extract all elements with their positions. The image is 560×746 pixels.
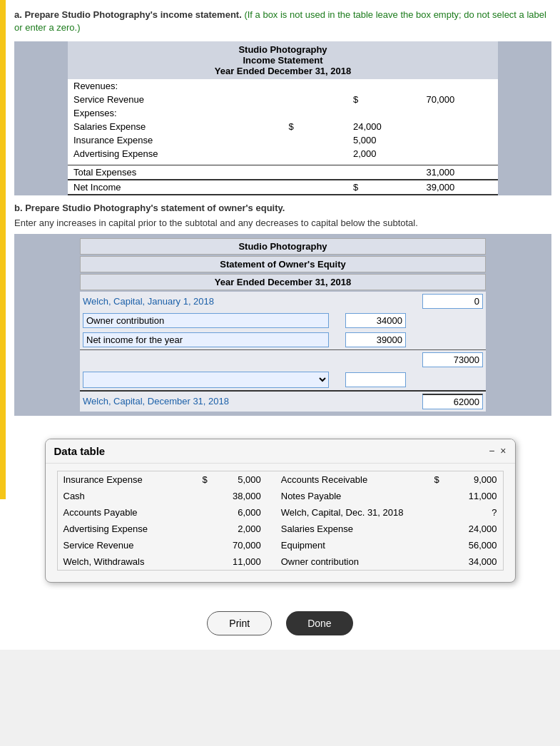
equity-title: Studio Photography	[80, 238, 486, 255]
expenses-section-row: Expenses:	[68, 106, 498, 120]
advertising-label: Advertising Expense	[68, 147, 283, 160]
done-button[interactable]: Done	[286, 611, 352, 635]
equity-dropdown[interactable]	[83, 372, 329, 388]
subtotal-row	[80, 349, 486, 369]
net-income-label: Net Income	[68, 180, 283, 195]
total-expenses-value: 31,000	[420, 165, 498, 180]
data-sym-right	[423, 537, 445, 553]
data-label-left: Advertising Expense	[57, 521, 191, 537]
welch-capital-dec-label: Welch, Capital, December 31, 2018	[80, 391, 332, 412]
equity-statement-container: Studio Photography Statement of Owner's …	[14, 234, 551, 416]
data-label-right: Accounts Receivable	[267, 471, 423, 488]
data-label-left: Welch, Withdrawals	[57, 553, 191, 571]
welch-capital-jan-label: Welch, Capital, January 1, 2018	[80, 292, 332, 311]
instruction-enter: Enter any increases in capital prior to …	[14, 218, 551, 228]
data-val-right: 11,000	[445, 488, 503, 504]
expenses-label: Expenses:	[68, 106, 283, 120]
data-sym-right	[423, 521, 445, 537]
yellow-bar	[0, 0, 6, 499]
welch-capital-jan-input[interactable]	[422, 294, 483, 309]
data-val-right: 9,000	[445, 471, 503, 488]
owner-contribution-value-input[interactable]	[345, 313, 406, 328]
data-val-right: 24,000	[445, 521, 503, 537]
revenues-section-row: Revenues:	[68, 79, 498, 93]
data-val-left: 5,000	[213, 471, 267, 488]
print-button[interactable]: Print	[207, 611, 272, 635]
owner-contribution-row	[80, 311, 486, 330]
equity-subtitle: Statement of Owner's Equity	[80, 256, 486, 272]
service-revenue-label: Service Revenue	[68, 93, 283, 106]
advertising-value: 2,000	[347, 147, 421, 160]
welch-capital-dec-row: Welch, Capital, December 31, 2018	[80, 391, 486, 412]
net-income-value: 39,000	[420, 180, 498, 195]
window-controls: − ×	[489, 445, 506, 456]
table-row: Welch, Withdrawals 11,000 Owner contribu…	[57, 553, 503, 571]
data-label-left: Insurance Expense	[57, 471, 191, 488]
owner-contribution-input[interactable]	[83, 313, 329, 328]
instruction-a-bold: a. Prepare Studio Photography's income s…	[14, 9, 242, 20]
income-stmt-gray-left	[14, 41, 68, 195]
income-stmt-gray-right	[498, 41, 551, 195]
table-row: Advertising Expense 2,000 Salaries Expen…	[57, 521, 503, 537]
income-statement-container: Studio Photography Income Statement Year…	[14, 41, 551, 195]
data-label-right: Salaries Expense	[267, 521, 423, 537]
data-val-right: 34,000	[445, 553, 503, 571]
salaries-symbol: $	[283, 120, 347, 133]
data-val-left: 38,000	[213, 488, 267, 504]
net-income-equity-value-input[interactable]	[345, 332, 406, 347]
table-row: Accounts Payable 6,000 Welch, Capital, D…	[57, 504, 503, 521]
welch-capital-dec-input[interactable]	[422, 394, 483, 409]
insurance-row: Insurance Expense 5,000	[68, 133, 498, 147]
data-label-left: Service Revenue	[57, 537, 191, 553]
data-label-left: Cash	[57, 488, 191, 504]
net-income-symbol: $	[347, 180, 421, 195]
net-income-row: Net Income $ 39,000	[68, 180, 498, 195]
data-label-right: Equipment	[267, 537, 423, 553]
close-button[interactable]: ×	[500, 445, 506, 456]
data-val-left: 11,000	[213, 553, 267, 571]
data-sym-left	[191, 504, 213, 521]
service-revenue-symbol: $	[347, 93, 421, 106]
equity-main: Studio Photography Statement of Owner's …	[80, 238, 486, 412]
withdrawal-col2-input[interactable]	[345, 372, 406, 387]
net-income-equity-input[interactable]	[83, 332, 329, 347]
data-label-right: Owner contribution	[267, 553, 423, 571]
data-val-left: 6,000	[213, 504, 267, 521]
data-val-right: ?	[445, 504, 503, 521]
data-table-window: Data table − × Insurance Expense $ 5,000…	[45, 439, 516, 583]
revenues-label: Revenues:	[68, 79, 283, 93]
data-sym-left: $	[191, 471, 213, 488]
data-label-right: Notes Payable	[267, 488, 423, 504]
salaries-label: Salaries Expense	[68, 120, 283, 133]
advertising-row: Advertising Expense 2,000	[68, 147, 498, 160]
equity-gray-right	[490, 238, 547, 412]
total-expenses-row: Total Expenses 31,000	[68, 165, 498, 180]
minimize-button[interactable]: −	[489, 445, 494, 456]
service-revenue-row: Service Revenue $ 70,000	[68, 93, 498, 106]
net-income-equity-row	[80, 330, 486, 350]
table-row: Service Revenue 70,000 Equipment 56,000	[57, 537, 503, 553]
service-revenue-value: 70,000	[420, 93, 498, 106]
table-row: Insurance Expense $ 5,000 Accounts Recei…	[57, 471, 503, 488]
data-label-left: Accounts Payable	[57, 504, 191, 521]
data-sym-left	[191, 521, 213, 537]
data-sym-left	[191, 537, 213, 553]
data-val-left: 70,000	[213, 537, 267, 553]
total-expenses-label: Total Expenses	[68, 165, 283, 180]
data-label-right: Welch, Capital, Dec. 31, 2018	[267, 504, 423, 521]
data-sym-left	[191, 553, 213, 571]
welch-capital-jan-row: Welch, Capital, January 1, 2018	[80, 292, 486, 311]
subtotal-input[interactable]	[422, 352, 483, 367]
equity-gray-left	[19, 238, 76, 412]
insurance-value: 5,000	[347, 133, 421, 147]
data-sym-right	[423, 553, 445, 571]
data-sym-right	[423, 488, 445, 504]
instruction-a: a. Prepare Studio Photography's income s…	[14, 9, 551, 34]
income-stmt-inner: Studio Photography Income Statement Year…	[68, 41, 498, 195]
equity-table: Welch, Capital, January 1, 2018	[80, 292, 486, 412]
income-stmt-title: Studio Photography Income Statement Year…	[68, 41, 498, 79]
equity-period: Year Ended December 31, 2018	[80, 274, 486, 290]
data-table: Insurance Expense $ 5,000 Accounts Recei…	[57, 471, 504, 571]
table-row: Cash 38,000 Notes Payable 11,000	[57, 488, 503, 504]
data-table-inner: Insurance Expense $ 5,000 Accounts Recei…	[46, 464, 515, 582]
